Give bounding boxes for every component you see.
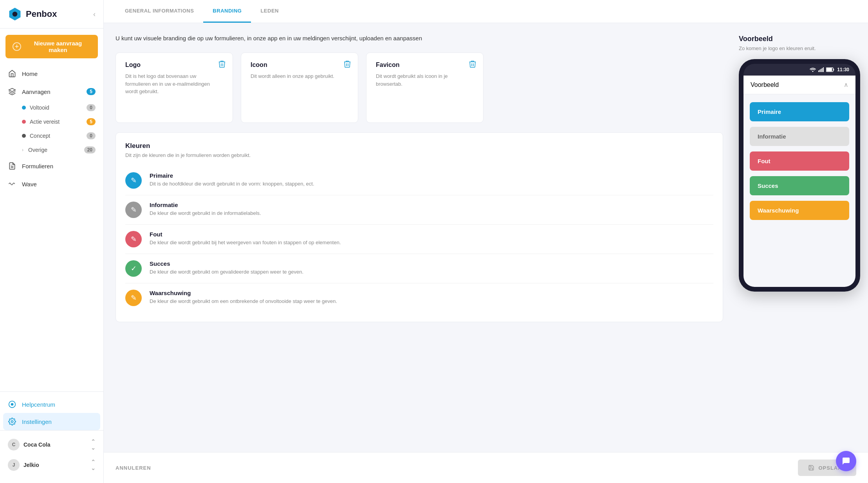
concept-dot (22, 134, 26, 138)
sidebar-item-aanvragen-label: Aanvragen (22, 88, 51, 95)
overige-badge: 20 (84, 146, 96, 153)
upload-cards-row: Logo Dit is het logo dat bovenaan uw for… (115, 52, 723, 123)
sidebar-item-instellingen-label: Instellingen (22, 418, 52, 425)
color-row-succes: ✓ Succes De kleur die wordt gebruikt om … (125, 254, 713, 283)
icoon-card-title: Icoon (251, 61, 348, 68)
svg-marker-2 (9, 88, 16, 92)
plus-icon: + (13, 42, 21, 51)
company-item-jelkio[interactable]: J Jelkio ⌃⌄ (8, 455, 96, 475)
icoon-delete-button[interactable] (344, 60, 351, 70)
succes-name: Succes (150, 260, 713, 267)
preview-panel: Voorbeeld Zo komen je logo en kleuren er… (735, 23, 868, 452)
phone-time: 11:30 (837, 67, 849, 72)
new-request-label: Nieuwe aanvraag maken (25, 40, 91, 53)
primaire-desc: Dit is de hoofdkleur die wordt gebruikt … (150, 180, 713, 187)
sidebar-item-overige[interactable]: › Overige 20 (0, 143, 103, 157)
file-icon (8, 162, 16, 170)
favicon-card-desc: Dit wordt gebruikt als icoon in je brows… (376, 72, 474, 88)
sidebar-item-voltooid[interactable]: Voltooid 0 (0, 101, 103, 115)
tab-leden[interactable]: LEDEN (251, 0, 288, 23)
preview-title: Voorbeeld (739, 35, 860, 43)
chat-icon (841, 456, 851, 466)
company-avatar-coca-cola: C (8, 439, 20, 451)
phone-btn-primaire: Primaire (750, 102, 849, 121)
svg-point-1 (13, 12, 18, 17)
logo-delete-button[interactable] (218, 60, 226, 70)
company-label-coca-cola: Coca Cola (23, 442, 50, 448)
sidebar-item-actie-vereist[interactable]: Actie vereist 5 (0, 115, 103, 129)
color-row-waarschuwing: ✎ Waarschuwing De kleur die wordt gebrui… (125, 283, 713, 312)
colors-section-title: Kleuren (125, 142, 713, 150)
tab-general[interactable]: GENERAL INFORMATIONS (115, 0, 203, 23)
sidebar-item-overige-label: Overige (28, 147, 47, 153)
sidebar-item-helpcentrum[interactable]: Helpcentrum (0, 396, 103, 413)
waarschuwing-swatch[interactable]: ✎ (125, 290, 142, 306)
actie-vereist-dot (22, 120, 26, 124)
sidebar-collapse-button[interactable]: ‹ (93, 10, 96, 18)
sidebar-item-wave[interactable]: Wave (0, 175, 103, 193)
sidebar: Penbox ‹ + Nieuwe aanvraag maken Home Aa… (0, 0, 104, 483)
phone-btn-fout: Fout (750, 151, 849, 171)
phone-status-bar: 11:30 (743, 64, 855, 76)
svg-rect-9 (819, 70, 820, 72)
svg-rect-10 (821, 69, 821, 72)
svg-rect-12 (823, 67, 824, 72)
fout-swatch[interactable]: ✎ (125, 231, 142, 247)
sidebar-item-formulieren-label: Formulieren (22, 163, 53, 169)
chevron-ud-icon-coca-cola: ⌃⌄ (91, 438, 96, 451)
voltooid-dot (22, 106, 26, 110)
wave-icon (8, 180, 16, 188)
settings-icon (8, 417, 16, 426)
sidebar-bottom: Helpcentrum Instellingen C Coca Cola ⌃⌄ … (0, 391, 103, 483)
succes-swatch[interactable]: ✓ (125, 260, 142, 277)
sidebar-item-home[interactable]: Home (0, 65, 103, 83)
succes-desc: De kleur die wordt gebruikt om gevalidee… (150, 269, 713, 276)
favicon-delete-button[interactable] (469, 60, 476, 70)
svg-rect-11 (822, 68, 823, 72)
phone-btn-succes: Succes (750, 176, 849, 195)
sidebar-item-aanvragen[interactable]: Aanvragen 5 (0, 83, 103, 101)
colors-section-desc: Dit zijn de kleuren die in je formuliere… (125, 152, 713, 158)
informatie-swatch[interactable]: ✎ (125, 202, 142, 218)
voltooid-badge: 0 (87, 104, 96, 111)
favicon-card-title: Favicon (376, 61, 474, 68)
help-icon (8, 400, 16, 409)
sidebar-logo: Penbox (8, 7, 57, 21)
branding-content: U kunt uw visuele branding die op uw for… (104, 23, 735, 452)
sidebar-item-wave-label: Wave (22, 181, 37, 187)
actie-vereist-badge: 5 (87, 118, 96, 125)
colors-section: Kleuren Dit zijn de kleuren die in je fo… (115, 132, 723, 322)
primaire-swatch[interactable]: ✎ (125, 172, 142, 189)
phone-screen-header: Voorbeeld ∧ (743, 76, 855, 94)
new-request-button[interactable]: + Nieuwe aanvraag maken (5, 35, 98, 58)
phone-screen: Voorbeeld ∧ Primaire Informatie Fout Suc… (743, 76, 855, 287)
waarschuwing-desc: De kleur die wordt gebruikt om een ontbr… (150, 298, 713, 305)
waarschuwing-name: Waarschuwing (150, 290, 713, 296)
wifi-icon (810, 67, 816, 72)
sidebar-item-instellingen[interactable]: Instellingen (3, 413, 100, 430)
icoon-card-desc: Dit wordt alleen in onze app gebruikt. (251, 72, 348, 80)
color-row-fout: ✎ Fout De kleur die wordt gebruikt bij h… (125, 225, 713, 254)
chevron-right-icon: › (22, 147, 23, 153)
footer-bar: ANNULEREN OPSLAAN (104, 452, 868, 483)
phone-screen-title: Voorbeeld (751, 81, 779, 88)
sidebar-item-formulieren[interactable]: Formulieren (0, 157, 103, 175)
main-content-area: GENERAL INFORMATIONS BRANDING LEDEN U ku… (104, 0, 868, 483)
company-item-coca-cola[interactable]: C Coca Cola ⌃⌄ (8, 434, 96, 455)
sidebar-header: Penbox ‹ (0, 0, 103, 29)
signal-icon (818, 67, 824, 72)
annuleren-button[interactable]: ANNULEREN (115, 465, 151, 471)
sidebar-item-home-label: Home (22, 70, 38, 77)
tabs-bar: GENERAL INFORMATIONS BRANDING LEDEN (104, 0, 868, 23)
tab-branding[interactable]: BRANDING (203, 0, 251, 23)
phone-btn-waarschuwing: Waarschuwing (750, 201, 849, 220)
sidebar-item-helpcentrum-label: Helpcentrum (22, 401, 55, 408)
informatie-name: Informatie (150, 202, 713, 208)
preview-subtitle: Zo komen je logo en kleuren eruit. (739, 45, 860, 51)
company-label-jelkio: Jelkio (23, 462, 39, 468)
app-name: Penbox (26, 9, 57, 19)
sidebar-item-concept[interactable]: Concept 0 (0, 129, 103, 143)
chat-bubble-button[interactable] (836, 451, 856, 471)
fout-name: Fout (150, 231, 713, 238)
svg-rect-14 (826, 68, 832, 71)
